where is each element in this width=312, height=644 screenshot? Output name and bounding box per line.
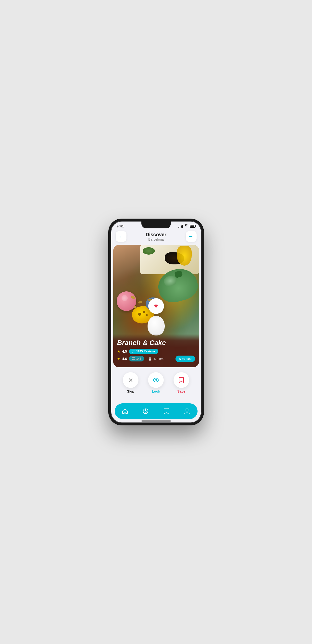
card-info-overlay: Branch & Cake ★ 4.5 1245 Reviews ★ 4.6 — [113, 334, 199, 367]
signal-icon — [178, 225, 183, 228]
nav-profile[interactable] — [182, 407, 192, 416]
svg-rect-1 — [132, 358, 135, 360]
like-button[interactable]: ♥ — [148, 298, 164, 314]
chat-icon-1 — [132, 350, 135, 353]
discover-nav-icon — [142, 408, 149, 414]
heart-icon: ♥ — [154, 302, 158, 310]
rating-row-1: ★ 4.5 1245 Reviews — [117, 349, 195, 354]
back-icon: ‹ — [120, 234, 122, 240]
reviews-count-1: 1245 Reviews — [136, 350, 156, 353]
skip-icon — [128, 378, 133, 383]
rating-value-1: 4.5 — [122, 350, 127, 353]
nav-home[interactable] — [120, 407, 130, 416]
reviews-badge-1: 1245 Reviews — [129, 349, 158, 354]
bottom-navigation — [115, 403, 198, 419]
look-button[interactable]: Look — [148, 372, 164, 393]
svg-point-7 — [145, 410, 146, 412]
location-icon — [148, 357, 152, 361]
save-button-circle — [174, 372, 189, 388]
skip-button-circle — [123, 372, 138, 388]
distance-value: 4.2 km — [154, 357, 164, 361]
profile-nav-icon — [184, 408, 190, 414]
wifi-icon — [184, 224, 188, 228]
star-icon-2: ★ — [117, 357, 120, 361]
restaurant-name: Branch & Cake — [117, 339, 195, 347]
svg-point-12 — [186, 409, 188, 411]
saved-nav-icon — [164, 408, 169, 414]
reviews-badge-2: 148 — [129, 356, 144, 362]
look-button-circle — [148, 372, 164, 388]
header: ‹ Discover Barcelona — [111, 229, 202, 245]
page-subtitle: Barcelona — [146, 238, 166, 242]
action-row: Skip Look Save — [111, 367, 202, 397]
header-title-block: Discover Barcelona — [146, 232, 166, 242]
battery-icon — [190, 225, 196, 228]
egg-decoration — [148, 316, 165, 336]
status-time: 9:41 — [117, 224, 124, 228]
skip-label: Skip — [127, 390, 134, 393]
notch — [142, 221, 171, 228]
price-range: $ 50-100 — [179, 357, 192, 361]
svg-point-5 — [155, 379, 157, 381]
rating-value-2: 4.6 — [122, 357, 127, 361]
top-food-image — [140, 245, 199, 274]
restaurant-card: ♥ Branch & Cake ★ 4.5 1245 Reviews ★ — [113, 245, 199, 367]
chat-icon-2 — [132, 357, 135, 360]
home-indicator — [142, 420, 171, 422]
svg-rect-0 — [132, 350, 135, 352]
home-nav-icon — [122, 408, 128, 414]
save-label: Save — [177, 390, 185, 393]
skip-button[interactable]: Skip — [123, 372, 138, 393]
nav-discover[interactable] — [140, 407, 151, 416]
save-button[interactable]: Save — [174, 372, 189, 393]
nav-saved[interactable] — [161, 407, 172, 416]
star-icon-1: ★ — [117, 350, 120, 353]
filter-button[interactable] — [186, 231, 196, 242]
phone-frame: 9:41 ‹ Discover Barcelona — [108, 218, 204, 426]
svg-point-2 — [149, 358, 151, 359]
back-button[interactable]: ‹ — [116, 231, 126, 242]
drink-decoration — [117, 291, 136, 311]
save-icon — [179, 377, 184, 383]
status-icons — [178, 224, 196, 228]
page-title: Discover — [146, 232, 166, 238]
look-label: Look — [152, 390, 160, 393]
reviews-count-2: 148 — [136, 357, 141, 360]
price-badge: $ 50-100 — [176, 356, 195, 362]
filter-icon — [189, 235, 194, 238]
look-icon — [153, 378, 159, 382]
rating-row-2: ★ 4.6 148 4.2 km $ 50-100 — [117, 356, 195, 362]
